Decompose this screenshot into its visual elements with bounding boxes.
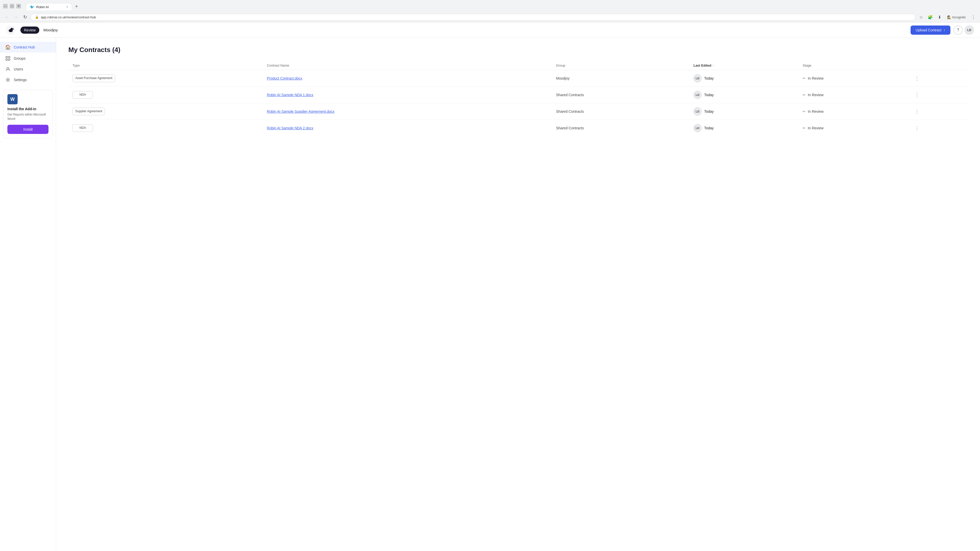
pencil-icon: ✏ (803, 110, 806, 114)
help-icon: ? (957, 28, 959, 32)
bookmark-button[interactable]: ☆ (918, 14, 924, 21)
forward-button[interactable]: → (12, 14, 19, 21)
table-row: Supplier Agreement Robin AI Sample Suppl… (68, 103, 968, 120)
edited-avatar: LD (694, 107, 702, 116)
table-row: NDA Robin AI Sample NDA 2.docx Shared Co… (68, 120, 968, 137)
table-row: NDA Robin AI Sample NDA 1.docx Shared Co… (68, 87, 968, 103)
type-badge: Supplier Agreement (73, 108, 105, 115)
downloads-button[interactable]: ⬇ (936, 14, 943, 21)
pencil-icon: ✏ (803, 93, 806, 97)
table-header-row: Type Contract Name Group Last Edited ↑ (68, 61, 968, 70)
header-workspace: Moodjoy (43, 28, 58, 32)
close-button[interactable]: ✕ (16, 4, 21, 8)
more-cell: ⋮ (909, 70, 968, 87)
contract-link[interactable]: Robin AI Sample Supplier Agreement.docx (267, 110, 334, 114)
avatar-initials: LD (967, 28, 971, 32)
sidebar-item-groups[interactable]: Groups (0, 54, 56, 63)
more-options-button[interactable]: ⋮ (913, 75, 921, 82)
group-cell: Shared Contracts (552, 87, 689, 103)
th-group: Group (552, 61, 689, 70)
sidebar-label-settings: Settings (14, 78, 27, 82)
edited-avatar: LD (694, 74, 702, 83)
main-content: My Contracts (4) Type Contract Name Grou… (56, 38, 980, 551)
user-avatar[interactable]: LD (965, 25, 974, 35)
svg-point-3 (12, 29, 13, 29)
contract-name-cell: Product Contract.docx (263, 70, 552, 87)
nav-review-button[interactable]: Review (21, 27, 39, 34)
extensions-button[interactable]: 🧩 (927, 14, 934, 21)
upload-label: Upload Contract (916, 28, 942, 32)
th-last-edited[interactable]: Last Edited ↑ (689, 61, 799, 70)
contract-link[interactable]: Robin AI Sample NDA 2.docx (267, 126, 313, 130)
app-body: 🏠 Contract Hub Groups Users (0, 38, 980, 551)
pencil-icon: ✏ (803, 126, 806, 130)
window-controls: ─ □ ✕ (3, 4, 21, 8)
more-options-button[interactable]: ⋮ (913, 91, 921, 98)
group-text: Moodjoy (556, 76, 570, 80)
robin-logo (6, 25, 15, 35)
contract-link[interactable]: Product Contract.docx (267, 76, 302, 80)
type-badge: NDA (73, 124, 93, 132)
svg-rect-7 (8, 59, 10, 60)
tab-close-button[interactable]: × (66, 5, 68, 9)
refresh-button[interactable]: ↻ (21, 14, 29, 21)
stage-cell: ✏ In Review (799, 70, 909, 87)
address-bar[interactable]: 🔒 app.robinai.co.uk/review/contract-hub (30, 14, 915, 21)
sidebar-item-settings[interactable]: Settings (0, 75, 56, 85)
more-options-button[interactable]: ⋮ (913, 108, 921, 115)
type-badge: NDA (73, 91, 93, 99)
sidebar-item-contract-hub[interactable]: 🏠 Contract Hub (0, 42, 56, 52)
type-badge: Asset Purchase Agreement (73, 75, 115, 82)
menu-button[interactable]: ⋮ (970, 14, 977, 21)
tab-label: Robin AI (36, 5, 49, 9)
address-text: app.robinai.co.uk/review/contract-hub (41, 15, 911, 19)
sidebar-label-contract-hub: Contract Hub (14, 45, 35, 49)
more-cell: ⋮ (909, 103, 968, 120)
contracts-tbody: Asset Purchase Agreement Product Contrac… (68, 70, 968, 137)
last-edited-cell: LD Today (689, 120, 799, 137)
sidebar-label-users: Users (14, 67, 23, 71)
type-cell: NDA (68, 87, 263, 103)
app-header: Review Moodjoy Upload Contract ↑ ? LD (0, 22, 980, 38)
sidebar-item-users[interactable]: Users (0, 64, 56, 74)
contract-link[interactable]: Robin AI Sample NDA 1.docx (267, 93, 313, 97)
sidebar: 🏠 Contract Hub Groups Users (0, 38, 56, 551)
upload-contract-button[interactable]: Upload Contract ↑ (911, 25, 950, 35)
contract-name-cell: Robin AI Sample Supplier Agreement.docx (263, 103, 552, 120)
install-addon-button[interactable]: Install (7, 125, 48, 134)
edited-time: Today (704, 110, 714, 114)
minimize-button[interactable]: ─ (3, 4, 8, 8)
more-options-button[interactable]: ⋮ (913, 124, 921, 132)
stage-text: In Review (808, 93, 823, 97)
more-cell: ⋮ (909, 87, 968, 103)
addon-title: Install the Add-in (7, 107, 48, 111)
active-tab[interactable]: 🐦 Robin AI × (26, 3, 72, 11)
svg-point-9 (7, 79, 9, 81)
browser-tabs: 🐦 Robin AI × + (23, 2, 84, 11)
pencil-icon: ✏ (803, 76, 806, 80)
stage-text: In Review (808, 126, 823, 130)
incognito-icon: 🕵 (947, 15, 951, 19)
settings-icon (5, 78, 11, 82)
stage-cell: ✏ In Review (799, 103, 909, 120)
users-icon (5, 67, 11, 71)
svg-rect-5 (8, 56, 10, 58)
help-button[interactable]: ? (953, 25, 963, 35)
maximize-button[interactable]: □ (10, 4, 14, 8)
type-cell: Supplier Agreement (68, 103, 263, 120)
last-edited-cell: LD Today (689, 87, 799, 103)
edited-avatar: LD (694, 91, 702, 99)
edited-avatar: LD (694, 124, 702, 132)
back-button[interactable]: ← (3, 14, 10, 21)
edited-time: Today (704, 126, 714, 130)
last-edited-cell: LD Today (689, 103, 799, 120)
svg-rect-6 (6, 59, 7, 60)
browser-actions: ☆ 🧩 ⬇ 🕵 Incognito ⋮ (918, 14, 977, 21)
incognito-button[interactable]: 🕵 Incognito (945, 14, 968, 20)
th-actions (909, 61, 968, 70)
more-cell: ⋮ (909, 120, 968, 137)
group-cell: Moodjoy (552, 70, 689, 87)
browser-chrome: ─ □ ✕ 🐦 Robin AI × + ← → ↻ 🔒 app.robinai… (0, 0, 980, 22)
new-tab-button[interactable]: + (73, 3, 81, 11)
header-nav: Review (21, 27, 39, 34)
